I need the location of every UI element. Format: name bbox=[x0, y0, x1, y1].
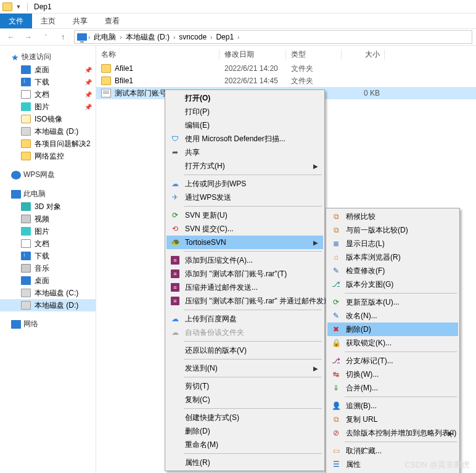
crumb-dep1[interactable]: Dep1 bbox=[213, 32, 236, 42]
wps-icon bbox=[11, 171, 21, 179]
menu-label: 还原以前的版本(V) bbox=[185, 345, 247, 356]
menu-label: 打开(O) bbox=[185, 93, 210, 104]
menu-upload-wps[interactable]: ☁上传或同步到WPS bbox=[166, 177, 323, 191]
col-type[interactable]: 类型 bbox=[286, 48, 342, 61]
downloads-icon bbox=[21, 252, 31, 260]
menu-label: 追溯(B)... bbox=[346, 401, 377, 411]
menu-copy[interactable]: 复制(C) bbox=[166, 393, 323, 406]
col-name[interactable]: 名称 bbox=[96, 48, 220, 61]
menu-check-modifications[interactable]: ✎检查修改(F) bbox=[327, 264, 458, 278]
menu-merge[interactable]: ⇓合并(M)... bbox=[327, 381, 458, 395]
menu-revision-graph[interactable]: ⎇版本分支图(G) bbox=[327, 278, 458, 291]
menu-rename[interactable]: 重命名(M) bbox=[166, 438, 323, 451]
sidebar-item-downloads[interactable]: 下载📌 bbox=[0, 76, 96, 88]
menu-tortoisesvn[interactable]: 🐢TortoiseSVN▶ bbox=[166, 236, 323, 249]
sidebar-item-pc-documents[interactable]: 文档 bbox=[0, 237, 96, 250]
sidebar-item-drive-d[interactable]: 本地磁盘 (D:) bbox=[0, 125, 96, 138]
sidebar-item-videos[interactable]: 视频 bbox=[0, 213, 96, 225]
menu-svn-rename[interactable]: ✎改名(N)... bbox=[327, 309, 458, 323]
menu-blame[interactable]: 👤追溯(B)... bbox=[327, 399, 458, 413]
menu-restore-version[interactable]: 还原以前的版本(V) bbox=[166, 343, 323, 357]
sidebar-item-documents[interactable]: 文档📌 bbox=[0, 88, 96, 101]
crumb-svncode[interactable]: svncode bbox=[176, 32, 209, 42]
sidebar-quick-access[interactable]: ★快速访问 bbox=[0, 51, 96, 64]
menu-svn-delete[interactable]: ✖删除(D) bbox=[327, 323, 458, 336]
menu-update-to-rev[interactable]: ⟳更新至版本(U)... bbox=[327, 295, 458, 309]
file-row[interactable]: Afile1 2022/6/21 14:20 文件夹 bbox=[96, 62, 476, 75]
sidebar-item-issues[interactable]: 各项目问题解决2 bbox=[0, 138, 96, 150]
menu-compress-send[interactable]: ≡压缩并通过邮件发送... bbox=[166, 281, 323, 294]
sidebar-item-pc-desktop[interactable]: 桌面 bbox=[0, 274, 96, 287]
diff-icon: ⧉ bbox=[331, 212, 341, 221]
sidebar-item-iso[interactable]: ISO镜像 bbox=[0, 113, 96, 125]
recent-dropdown[interactable]: ˅ bbox=[38, 30, 53, 44]
crumb-drive[interactable]: 本地磁盘 (D:) bbox=[123, 31, 172, 43]
file-row[interactable]: Bfile1 2022/6/21 14:45 文件夹 bbox=[96, 75, 476, 87]
menu-upload-baidu[interactable]: ☁上传到百度网盘 bbox=[166, 312, 323, 326]
menu-add-archive[interactable]: ≡添加到压缩文件(A)... bbox=[166, 253, 323, 267]
menu-create-shortcut[interactable]: 创建快捷方式(S) bbox=[166, 411, 323, 424]
unversion-icon: ⊘ bbox=[331, 428, 341, 438]
menu-switch[interactable]: ↹切换(W)... bbox=[327, 368, 458, 381]
menu-open-with[interactable]: 打开方式(H)▶ bbox=[166, 159, 323, 173]
menu-repo-browser[interactable]: ⌂版本库浏览器(R) bbox=[327, 250, 458, 264]
menu-add-archive-named[interactable]: ≡添加到 "测试本部门账号.rar"(T) bbox=[166, 267, 323, 281]
menu-send-wps[interactable]: ✈通过WPS发送 bbox=[166, 191, 323, 204]
sidebar-item-3d[interactable]: 3D 对象 bbox=[0, 200, 96, 213]
menu-branch-tag[interactable]: ⎇分支/标记(T)... bbox=[327, 354, 458, 368]
sidebar-wps[interactable]: WPS网盘 bbox=[0, 168, 96, 181]
sidebar-item-music[interactable]: 音乐 bbox=[0, 262, 96, 274]
col-size[interactable]: 大小 bbox=[342, 48, 385, 61]
col-date[interactable]: 修改日期 bbox=[220, 48, 286, 61]
sidebar-this-pc[interactable]: 此电脑 bbox=[0, 187, 96, 200]
menu-send-to[interactable]: 发送到(N)▶ bbox=[166, 361, 323, 375]
chevron-right-icon[interactable]: › bbox=[237, 34, 239, 41]
menu-properties[interactable]: 属性(R) bbox=[166, 456, 323, 469]
titlebar-down-icon[interactable]: ▼ bbox=[14, 2, 23, 12]
sidebar-network[interactable]: 网络 bbox=[0, 318, 96, 331]
menu-svn-properties[interactable]: ☰属性 bbox=[327, 458, 458, 471]
chevron-right-icon[interactable]: › bbox=[88, 34, 90, 41]
sidebar-item-desktop[interactable]: 桌面📌 bbox=[0, 64, 96, 76]
chevron-right-icon[interactable]: › bbox=[210, 34, 212, 41]
menu-compress-named-send[interactable]: ≡压缩到 "测试本部门账号.rar" 并通过邮件发送 bbox=[166, 294, 323, 308]
menu-cut[interactable]: 剪切(T) bbox=[166, 379, 323, 393]
menu-label: 分支/标记(T)... bbox=[346, 356, 393, 366]
chevron-right-icon[interactable]: › bbox=[173, 34, 175, 41]
sidebar-item-drive-c[interactable]: 本地磁盘 (C:) bbox=[0, 287, 96, 299]
menu-share[interactable]: ➦共享 bbox=[166, 146, 323, 159]
chevron-right-icon[interactable]: › bbox=[120, 34, 121, 41]
up-button[interactable]: ↑ bbox=[55, 30, 70, 44]
sidebar-item-pc-downloads[interactable]: 下载 bbox=[0, 250, 96, 262]
menu-label: 复制(C) bbox=[185, 395, 210, 405]
tab-file[interactable]: 文件 bbox=[0, 14, 32, 28]
breadcrumb[interactable]: › 此电脑 › 本地磁盘 (D:) › svncode › Dep1 › bbox=[74, 30, 472, 44]
menu-copy-url[interactable]: ⧉复制 URL bbox=[327, 413, 458, 426]
sidebar-item-label: 桌面 bbox=[35, 276, 49, 286]
menu-open[interactable]: 打开(O) bbox=[166, 91, 323, 105]
menu-defender[interactable]: 🛡使用 Microsoft Defender扫描... bbox=[166, 132, 323, 146]
menu-diff-prev[interactable]: ⧉与前一版本比较(D) bbox=[327, 223, 458, 237]
menu-edit[interactable]: 编辑(E) bbox=[166, 118, 323, 132]
disk-icon bbox=[21, 127, 31, 136]
back-button[interactable]: ← bbox=[4, 30, 18, 44]
menu-unversion-ignore[interactable]: ⊘去除版本控制并增加到忽略列表(I)▶ bbox=[327, 426, 458, 440]
menu-svn-update[interactable]: ⟳SVN 更新(U) bbox=[166, 208, 323, 222]
menu-auto-backup: ☁自动备份该文件夹 bbox=[166, 326, 323, 339]
tab-share[interactable]: 共享 bbox=[64, 14, 96, 28]
menu-get-lock[interactable]: 🔒获取锁定(K)... bbox=[327, 336, 458, 350]
tab-home[interactable]: 主页 bbox=[32, 14, 64, 28]
tab-view[interactable]: 查看 bbox=[96, 14, 128, 28]
menu-diff-later[interactable]: ⧉稍候比较 bbox=[327, 210, 458, 223]
menu-show-log[interactable]: ≣显示日志(L) bbox=[327, 237, 458, 250]
sidebar-item-netmon[interactable]: 网络监控 bbox=[0, 150, 96, 162]
menu-print[interactable]: 打印(P) bbox=[166, 105, 323, 118]
menu-delete[interactable]: 删除(D) bbox=[166, 424, 323, 438]
crumb-this-pc[interactable]: 此电脑 bbox=[91, 31, 118, 43]
sidebar-item-drive-d[interactable]: 本地磁盘 (D:) bbox=[0, 299, 96, 311]
menu-unshelve[interactable]: ▭取消贮藏... bbox=[327, 444, 458, 458]
sidebar-item-pc-pictures[interactable]: 图片 bbox=[0, 225, 96, 237]
menu-label: 压缩并通过邮件发送... bbox=[185, 282, 258, 293]
sidebar-item-pictures[interactable]: 图片📌 bbox=[0, 101, 96, 113]
menu-svn-commit[interactable]: ⟲SVN 提交(C)... bbox=[166, 222, 323, 236]
